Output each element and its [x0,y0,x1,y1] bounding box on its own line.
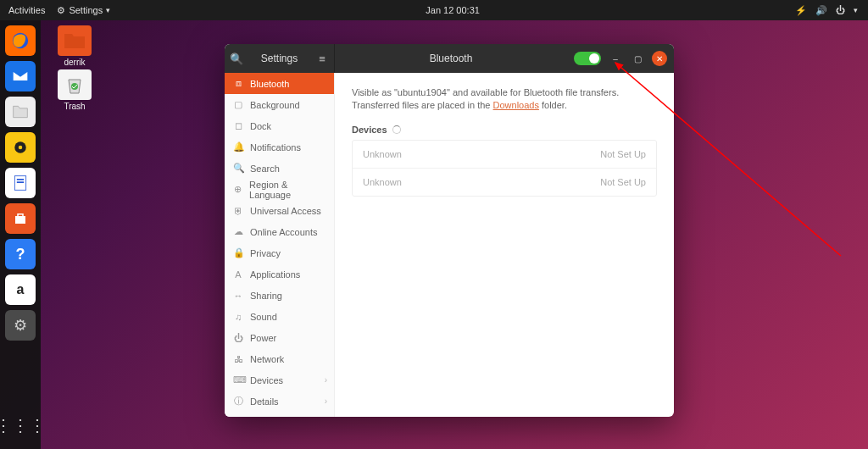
device-row[interactable]: UnknownNot Set Up [353,141,656,169]
network-icon: ⚡ [795,5,807,16]
desktop-icon-label: Trash [64,102,85,111]
blurb-text: folder. [539,100,567,110]
app-menu[interactable]: ⚙ Settings ▾ [57,5,110,16]
close-button[interactable]: ✕ [652,51,667,66]
sidebar-item-icon: ⓘ [233,395,243,407]
sidebar-item-notifications[interactable]: 🔔Notifications [225,136,334,158]
clock[interactable]: Jan 12 00:31 [110,5,795,15]
sidebar-item-icon: ▢ [233,99,243,110]
desktop-icon-home[interactable]: derrik [49,25,100,67]
sidebar-item-label: Dock [250,121,271,131]
sidebar-item-icon: ☁ [233,226,243,237]
dock-files[interactable] [5,97,36,127]
sidebar-item-label: Network [250,354,284,364]
sidebar-item-bluetooth[interactable]: ⧈Bluetooth [225,73,334,94]
sidebar-item-icon: ◻ [233,120,243,131]
device-row[interactable]: UnknownNot Set Up [353,169,656,196]
downloads-link[interactable]: Downloads [493,100,539,110]
sidebar-item-label: Sound [250,312,277,322]
sidebar-item-icon: ♫ [233,312,243,322]
svg-rect-5 [17,181,24,183]
sidebar-item-label: Power [250,333,276,343]
svg-rect-4 [17,179,24,180]
content-header: Bluetooth – ▢ ✕ [335,44,674,73]
activities-button[interactable]: Activities [8,5,45,16]
chevron-right-icon: › [325,375,327,385]
sidebar-item-region-language[interactable]: ⊕Region & Language [225,179,334,200]
sidebar-item-sharing[interactable]: ↔Sharing [225,285,334,306]
sidebar-header: 🔍 Settings ≡ [225,44,335,73]
top-panel: Activities ⚙ Settings ▾ Jan 12 00:31 ⚡ 🔊… [0,0,868,20]
sidebar-item-label: Details [250,396,279,407]
sidebar-item-icon: A [233,269,243,280]
sidebar-item-label: Search [250,164,280,174]
desktop-icon-trash[interactable]: Trash [49,69,100,111]
search-button[interactable]: 🔍 [225,53,248,65]
dock-help[interactable]: ? [5,239,36,269]
sidebar-item-icon: ⛨ [233,206,243,216]
sidebar-item-background[interactable]: ▢Background [225,94,334,115]
sidebar-item-details[interactable]: ⓘDetails› [225,391,334,412]
chevron-right-icon: › [325,396,327,406]
sidebar-item-icon: 🔒 [233,247,243,258]
trash-icon [58,69,92,100]
dock-writer[interactable] [5,168,36,198]
sidebar-item-applications[interactable]: AApplications [225,263,334,285]
sidebar-item-label: Sharing [250,291,282,301]
dock-rhythmbox[interactable] [5,132,36,163]
sidebar-item-icon: ⌨ [233,374,243,385]
window-titlebar[interactable]: 🔍 Settings ≡ Bluetooth – ▢ ✕ [225,44,674,73]
chevron-down-icon: ▾ [854,6,858,14]
sidebar-item-icon: 🔔 [233,141,243,152]
dock-thunderbird[interactable] [5,61,36,91]
sidebar-item-label: Privacy [250,248,281,258]
minimize-button[interactable]: – [608,51,623,66]
visibility-blurb: Visible as "ubuntu1904" and available fo… [352,86,657,113]
sidebar-item-label: Region & Language [249,180,326,200]
dock-show-apps[interactable]: ⋮⋮⋮ [5,410,36,441]
sidebar-item-label: Applications [250,269,300,280]
dock: ? a ⚙ ⋮⋮⋮ [0,20,41,449]
sidebar-item-dock[interactable]: ◻Dock [225,115,334,136]
system-status-area[interactable]: ⚡ 🔊 ⏻ ▾ [795,5,868,16]
bluetooth-content: Visible as "ubuntu1904" and available fo… [335,73,674,417]
blurb-text: Visible as "ubuntu1904" and available fo… [352,87,619,110]
sidebar-item-search[interactable]: 🔍Search [225,158,334,179]
settings-sidebar: ⧈Bluetooth▢Background◻Dock🔔Notifications… [225,73,335,417]
menu-icon: ≡ [319,53,326,65]
sidebar-item-icon: 🔍 [233,163,243,174]
volume-icon: 🔊 [815,5,827,16]
devices-heading: Devices [352,125,387,135]
header-title: Bluetooth [335,53,567,64]
device-status: Not Set Up [600,177,646,187]
hamburger-button[interactable]: ≡ [310,53,334,65]
dock-settings[interactable]: ⚙ [5,310,36,341]
desktop-icon-label: derrik [64,58,85,67]
search-icon: 🔍 [230,53,243,65]
device-name: Unknown [363,177,402,187]
sidebar-item-devices[interactable]: ⌨Devices› [225,369,334,391]
sidebar-item-icon: ↔ [233,291,243,301]
power-icon: ⏻ [836,5,845,15]
sidebar-item-label: Universal Access [250,206,321,216]
bluetooth-toggle[interactable] [574,52,601,65]
sidebar-item-power[interactable]: ⏻Power [225,327,334,348]
device-status: Not Set Up [600,149,646,159]
dock-firefox[interactable] [5,25,36,56]
gear-icon: ⚙ [57,5,65,16]
sidebar-item-sound[interactable]: ♫Sound [225,306,334,327]
maximize-button[interactable]: ▢ [630,51,645,66]
sidebar-item-online-accounts[interactable]: ☁Online Accounts [225,221,334,242]
panel-title: Settings [248,53,310,64]
sidebar-item-universal-access[interactable]: ⛨Universal Access [225,200,334,221]
folder-icon [58,25,92,56]
sidebar-item-label: Notifications [250,142,301,152]
sidebar-item-privacy[interactable]: 🔒Privacy [225,242,334,263]
devices-list: UnknownNot Set UpUnknownNot Set Up [352,140,657,197]
sidebar-item-label: Background [250,100,300,110]
sidebar-item-label: Bluetooth [250,79,289,89]
dock-amazon[interactable]: a [5,274,36,305]
sidebar-item-network[interactable]: 🖧Network [225,348,334,369]
dock-software[interactable] [5,203,36,234]
svg-rect-6 [15,216,25,224]
